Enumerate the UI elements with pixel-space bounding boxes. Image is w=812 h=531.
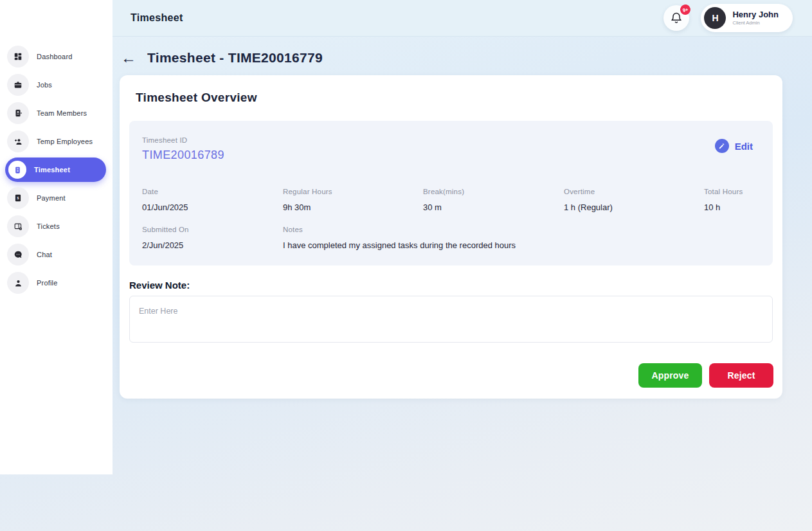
field-overtime: Overtime 1 h (Regular) [564,188,613,213]
pencil-icon [715,139,729,153]
field-submitted-on: Submitted On 2/Jun/2025 [142,226,189,251]
field-label: Break(mins) [423,188,464,195]
timesheet-overview-card: Timesheet Overview Timesheet ID TIME2001… [120,75,782,399]
profile-icon [7,272,29,294]
sidebar-item-dashboard[interactable]: Dashboard [0,42,113,71]
field-label: Overtime [564,188,613,195]
sidebar-item-team-members[interactable]: Team Members [0,99,113,127]
user-menu[interactable]: H Henry John Client Admin [701,4,793,32]
field-label: Total Hours [704,188,743,195]
sidebar-item-temp-employees[interactable]: Temp Employees [0,127,113,156]
timesheet-id-label: Timesheet ID [142,136,187,144]
page-title: Timesheet - TIME20016779 [147,50,323,66]
field-value: I have completed my assigned tasks durin… [283,240,516,250]
header-right: 9+ H Henry John Client Admin [663,4,793,32]
sidebar-item-label: Timesheet [34,166,70,174]
timesheet-id-value: TIME20016789 [142,148,224,162]
sidebar: Dashboard Jobs Team Members Temp Employe… [0,0,113,474]
payment-icon: $ [7,187,29,209]
card-title: Timesheet Overview [136,91,257,105]
sidebar-nav: Dashboard Jobs Team Members Temp Employe… [0,42,113,297]
dashboard-icon [7,46,29,68]
sidebar-item-label: Jobs [37,81,52,89]
sidebar-item-timesheet[interactable]: Timesheet [5,158,106,182]
sidebar-item-label: Chat [37,251,52,258]
ticket-icon [7,215,29,237]
field-value: 10 h [704,203,720,212]
sidebar-item-tickets[interactable]: Tickets [0,212,113,240]
sidebar-item-label: Dashboard [37,53,73,60]
id-badge-icon [7,102,29,124]
user-name: Henry John [732,10,779,20]
field-label: Regular Hours [283,188,332,195]
field-label: Submitted On [142,226,189,233]
approve-button[interactable]: Approve [638,363,702,388]
reject-button[interactable]: Reject [709,363,773,388]
notifications-button[interactable]: 9+ [663,5,689,31]
avatar: H [704,7,726,29]
sidebar-item-label: Payment [37,194,66,202]
sidebar-item-label: Temp Employees [37,138,93,145]
sidebar-item-label: Tickets [37,222,60,230]
sidebar-item-chat[interactable]: Chat [0,240,113,269]
field-label: Date [142,188,188,195]
field-regular-hours: Regular Hours 9h 30m [283,188,332,213]
field-total-hours: Total Hours 10 h [704,188,743,213]
edit-button-label: Edit [735,141,753,152]
review-note-input[interactable] [129,296,773,343]
field-value: 9h 30m [283,203,311,212]
field-notes: Notes I have completed my assigned tasks… [283,226,516,251]
sidebar-item-profile[interactable]: Profile [0,269,113,297]
back-arrow-icon[interactable]: ← [121,50,136,66]
header-title: Timesheet [131,12,183,24]
page-heading: ← Timesheet - TIME20016779 [121,50,323,66]
field-value: 30 m [423,203,442,212]
person-plus-icon [7,130,29,152]
sidebar-item-payment[interactable]: $ Payment [0,184,113,212]
field-value: 2/Jun/2025 [142,240,183,250]
review-note-label: Review Note: [129,280,190,291]
sidebar-item-label: Profile [37,279,58,287]
user-role: Client Admin [732,20,779,26]
timesheet-icon [8,161,26,179]
chat-icon [7,244,29,266]
svg-text:$: $ [17,196,19,200]
field-label: Notes [283,226,516,233]
timesheet-info-panel: Timesheet ID TIME20016789 Edit Date 01/J… [129,121,773,266]
bell-icon [670,12,683,24]
sidebar-item-jobs[interactable]: Jobs [0,71,113,99]
briefcase-icon [7,74,29,96]
app-root: Dashboard Jobs Team Members Temp Employe… [0,0,812,531]
sidebar-item-label: Team Members [37,109,87,117]
field-break-mins: Break(mins) 30 m [423,188,464,213]
top-header: Timesheet 9+ H Henry John Client Admin [113,0,812,37]
field-date: Date 01/Jun/2025 [142,188,188,213]
field-value: 1 h (Regular) [564,203,613,212]
edit-button[interactable]: Edit [715,139,753,153]
field-value: 01/Jun/2025 [142,203,188,212]
